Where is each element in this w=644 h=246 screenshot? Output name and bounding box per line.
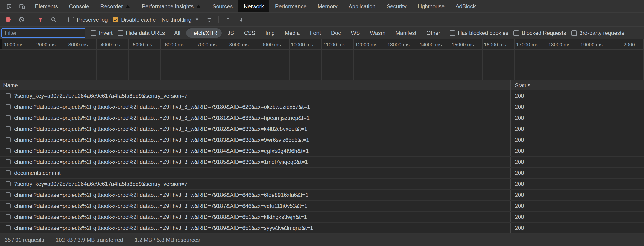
resource-type-filter[interactable]: All [170,28,184,37]
request-checkbox[interactable] [6,214,10,219]
request-row[interactable]: channel?database=projects%2Fgitbook-x-pr… [0,102,644,113]
request-checkbox[interactable] [6,170,10,175]
panel-tab[interactable]: Console [64,0,95,12]
panel-tab[interactable]: Network [238,0,269,12]
timeline-tick-label: 13000 ms [387,41,410,47]
requests-table: ?sentry_key=a9072c7b7a264a6e9c617a4fa5fa… [0,90,644,234]
waterfall-gridline [258,50,290,80]
timeline-tick: 16000 ms [483,39,515,49]
invert-toggle[interactable]: Invert [90,30,112,36]
resource-type-filter[interactable]: Other [422,28,444,37]
resource-type-filter[interactable]: Img [261,28,279,37]
preserve-log-toggle[interactable]: Preserve log [68,16,108,23]
column-header-name[interactable]: Name [0,80,511,90]
timeline-tick-label: 1000 ms [4,41,24,47]
has-blocked-cookies-toggle[interactable]: Has blocked cookies [450,30,508,36]
export-har-icon[interactable] [238,15,246,24]
clear-icon[interactable] [18,15,26,24]
request-status: 200 [511,134,644,145]
resource-type-filter[interactable]: Font [306,28,325,37]
request-row[interactable]: ?sentry_key=a9072c7b7a264a6e9c617a4fa5fa… [0,179,644,190]
request-row[interactable]: documents:commit 200 [0,167,644,179]
record-icon[interactable] [6,17,10,22]
column-header-status[interactable]: Status [511,80,644,90]
network-conditions-icon[interactable] [205,15,214,24]
tab-label: AdBlock [456,3,476,9]
panel-tab[interactable]: Recorder [95,0,136,12]
request-name: channel?database=projects%2Fgitbook-x-pr… [14,136,309,143]
request-row[interactable]: channel?database=projects%2Fgitbook-x-pr… [0,223,644,234]
request-checkbox[interactable] [6,192,10,197]
request-checkbox[interactable] [6,181,10,186]
panel-tab[interactable]: Application [343,0,381,12]
resource-type-filter[interactable]: Doc [327,28,345,37]
filter-funnel-icon[interactable] [36,15,44,24]
disable-cache-checkbox[interactable] [113,17,118,22]
request-checkbox[interactable] [6,93,10,98]
timeline-tick-label: 7000 ms [197,41,216,47]
panel-tab[interactable]: Security [381,0,412,12]
blocked-requests-toggle[interactable]: Blocked Requests [514,30,566,36]
timeline-tick-label: 3000 ms [68,41,88,47]
third-party-requests-toggle[interactable]: 3rd-party requests [571,30,624,36]
panel-tab[interactable]: Performance [269,0,312,12]
warning-icon [125,3,131,9]
hide-data-urls-checkbox[interactable] [118,30,123,36]
waterfall-overview[interactable] [0,50,644,80]
request-checkbox[interactable] [6,203,10,208]
timeline-tick-label: 15000 ms [452,41,474,47]
request-checkbox[interactable] [6,137,10,142]
request-row[interactable]: ?sentry_key=a9072c7b7a264a6e9c617a4fa5fa… [0,90,644,102]
timeline-tick-label: 9000 ms [262,41,281,47]
search-icon[interactable] [50,15,58,24]
request-row[interactable]: channel?database=projects%2Fgitbook-x-pr… [0,113,644,123]
resource-type-filter[interactable]: Wasm [366,28,390,37]
request-row[interactable]: channel?database=projects%2Fgitbook-x-pr… [0,201,644,212]
request-row[interactable]: channel?database=projects%2Fgitbook-x-pr… [0,145,644,156]
filter-input[interactable] [2,28,86,37]
import-har-icon[interactable] [224,15,232,24]
request-checkbox[interactable] [6,115,10,120]
throttling-select[interactable]: No throttling ▼ [161,16,200,23]
timeline-ruler[interactable]: 1000 ms 2000 ms 3000 ms 4000 ms 5000 ms … [0,39,644,50]
preserve-log-checkbox[interactable] [68,17,74,22]
resource-type-filter[interactable]: WS [347,28,364,37]
tab-label: Sources [212,3,232,9]
has-blocked-cookies-checkbox[interactable] [450,30,455,36]
request-checkbox[interactable] [6,104,10,109]
toolbar-divider [63,16,64,23]
inspect-element-icon[interactable] [4,2,15,10]
request-checkbox[interactable] [6,148,10,153]
panel-tab[interactable]: AdBlock [450,0,481,12]
panel-tab[interactable]: Sources [207,0,238,12]
request-row[interactable]: channel?database=projects%2Fgitbook-x-pr… [0,134,644,145]
request-row[interactable]: channel?database=projects%2Fgitbook-x-pr… [0,212,644,223]
panel-tab[interactable]: Memory [312,0,343,12]
panel-tab[interactable]: Performance insights [136,0,207,12]
resource-type-filter[interactable]: JS [224,28,238,37]
resource-type-filter[interactable]: Fetch/XHR [186,28,221,37]
request-checkbox[interactable] [6,126,10,131]
disable-cache-toggle[interactable]: Disable cache [113,16,156,23]
resource-type-filter[interactable]: Manifest [392,28,420,37]
waterfall-gridline [418,50,450,80]
request-row[interactable]: channel?database=projects%2Fgitbook-x-pr… [0,156,644,167]
resource-type-filter[interactable]: Media [281,28,304,37]
request-row[interactable]: channel?database=projects%2Fgitbook-x-pr… [0,190,644,201]
hide-data-urls-toggle[interactable]: Hide data URLs [118,30,165,36]
resource-type-filter[interactable]: CSS [240,28,260,37]
request-name: documents:commit [14,170,60,176]
timeline-tick-label: 2000 ms [36,41,56,47]
invert-checkbox[interactable] [90,30,96,36]
panel-tab[interactable]: Lighthouse [412,0,450,12]
request-row[interactable]: channel?database=projects%2Fgitbook-x-pr… [0,123,644,134]
request-name: channel?database=projects%2Fgitbook-x-pr… [14,159,308,165]
request-checkbox[interactable] [6,159,10,164]
timeline-tick: 2000 [611,39,644,49]
panel-tab[interactable]: Elements [30,0,64,12]
request-checkbox[interactable] [6,225,10,230]
tab-label: Console [69,3,89,9]
device-toolbar-icon[interactable] [16,2,28,10]
blocked-requests-checkbox[interactable] [514,30,519,36]
third-party-requests-checkbox[interactable] [571,30,577,36]
